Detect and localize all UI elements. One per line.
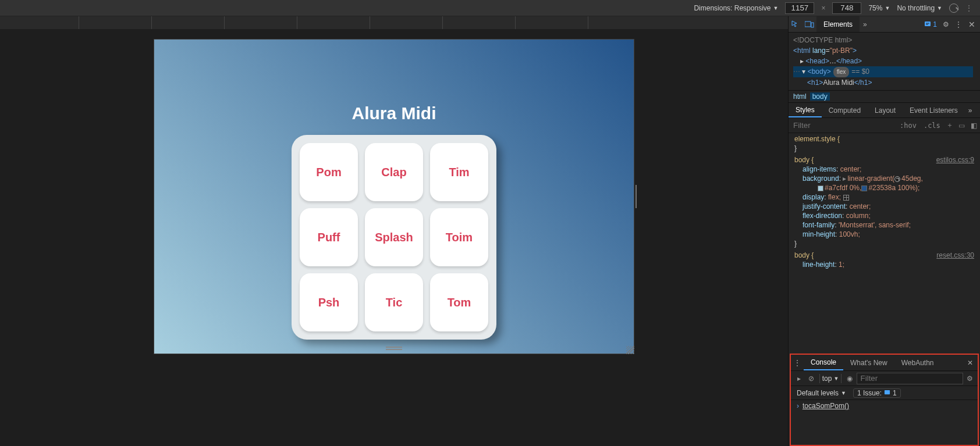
more-subtabs-icon[interactable]: » bbox=[965, 106, 976, 115]
styles-filter-input[interactable] bbox=[789, 118, 896, 133]
flex-pill: flex bbox=[833, 67, 850, 77]
viewport: Alura Midi Pom Clap Tim Puff Splash Toim… bbox=[154, 40, 634, 354]
styles-subtabs: Styles Computed Layout Event Listeners » bbox=[789, 103, 980, 118]
key-tim[interactable]: Tim bbox=[430, 143, 488, 201]
key-psh[interactable]: Psh bbox=[300, 273, 358, 331]
print-icon[interactable]: ▭ bbox=[956, 122, 968, 130]
key-label: Pom bbox=[316, 166, 341, 179]
swatch-icon[interactable] bbox=[818, 185, 823, 191]
resize-handle-right[interactable] bbox=[635, 185, 640, 208]
gear-icon[interactable]: ⚙ bbox=[964, 374, 975, 383]
height-input[interactable] bbox=[832, 2, 861, 14]
chevron-down-icon: ▼ bbox=[885, 5, 890, 11]
css-value: 1; bbox=[839, 261, 844, 269]
ruler bbox=[0, 16, 788, 29]
drawer-tabs: ⋮ Console What's New WebAuthn ✕ bbox=[791, 355, 978, 371]
key-splash[interactable]: Splash bbox=[365, 208, 423, 266]
key-label: Tic bbox=[386, 296, 403, 309]
source-link[interactable]: estilos.css:9 bbox=[936, 155, 974, 165]
resize-handle-corner[interactable] bbox=[626, 346, 634, 354]
device-toolbar: Dimensions: Responsive ▼ × 75% ▼ No thro… bbox=[0, 0, 980, 16]
levels-label: Default levels bbox=[797, 389, 839, 397]
cls-toggle[interactable]: .cls bbox=[920, 122, 944, 130]
css-prop: flex-direction bbox=[803, 212, 842, 220]
close-icon[interactable]: ✕ bbox=[963, 359, 978, 367]
bc-html[interactable]: html bbox=[793, 92, 807, 101]
throttle-label: No throttling bbox=[897, 4, 935, 12]
midi-pad: Pom Clap Tim Puff Splash Toim Psh Tic To… bbox=[292, 135, 496, 340]
tab-label: What's New bbox=[850, 359, 887, 367]
key-tom[interactable]: Tom bbox=[430, 273, 488, 331]
angle-icon[interactable] bbox=[894, 176, 900, 182]
source-link[interactable]: reset.css:30 bbox=[936, 251, 974, 260]
hov-toggle[interactable]: :hov bbox=[896, 122, 920, 130]
clear-icon[interactable]: ⊘ bbox=[805, 374, 816, 383]
dimensions-label: Dimensions: Responsive bbox=[694, 4, 770, 12]
context-label: top bbox=[822, 374, 832, 383]
issue-label: 1 Issue: bbox=[857, 389, 882, 397]
kebab-icon[interactable]: ⋮ bbox=[791, 359, 804, 367]
h1-text: Alura Midi bbox=[823, 79, 854, 87]
breadcrumb: html body bbox=[789, 90, 980, 103]
console-issue-badge[interactable]: 1 Issue: 1 bbox=[853, 388, 901, 398]
key-clap[interactable]: Clap bbox=[365, 143, 423, 201]
tab-listeners[interactable]: Event Listeners bbox=[903, 103, 965, 117]
sidebar-toggle-icon[interactable]: ▸ bbox=[793, 374, 804, 383]
plus-icon[interactable]: ＋ bbox=[944, 120, 956, 130]
css-value: flex; bbox=[828, 193, 841, 201]
swatch-icon[interactable] bbox=[861, 185, 867, 191]
resize-handle-bottom[interactable] bbox=[386, 347, 402, 350]
key-tic[interactable]: Tic bbox=[365, 273, 423, 331]
console-body[interactable]: ›tocaSomPom() bbox=[791, 400, 978, 445]
console-entry: tocaSomPom() bbox=[803, 402, 849, 410]
tab-layout[interactable]: Layout bbox=[868, 103, 903, 117]
css-value: 100vh; bbox=[839, 230, 860, 238]
chevron-down-icon: ▼ bbox=[937, 5, 942, 11]
css-value: linear-gradient( bbox=[847, 174, 894, 183]
times-icon: × bbox=[821, 4, 825, 12]
tab-elements[interactable]: Elements bbox=[816, 16, 860, 32]
tab-console[interactable]: Console bbox=[804, 355, 843, 370]
bc-body[interactable]: body bbox=[810, 92, 830, 101]
gear-icon[interactable]: ⚙ bbox=[943, 20, 949, 28]
panel-icon[interactable]: ◧ bbox=[968, 122, 980, 130]
dimensions-select[interactable]: Dimensions: Responsive ▼ bbox=[694, 4, 778, 12]
device-icon[interactable] bbox=[803, 16, 816, 32]
styles-pane[interactable]: element.style { } estilos.css:9body { al… bbox=[789, 133, 980, 354]
css-value: column; bbox=[846, 212, 871, 220]
tab-webauthn[interactable]: WebAuthn bbox=[894, 355, 941, 370]
eye-icon[interactable]: ◉ bbox=[844, 374, 855, 383]
more-tabs-icon[interactable]: » bbox=[860, 20, 871, 28]
key-label: Clap bbox=[381, 166, 406, 179]
levels-select[interactable]: Default levels ▼ bbox=[797, 389, 846, 397]
width-input[interactable] bbox=[785, 2, 814, 14]
close-icon[interactable]: ✕ bbox=[968, 20, 975, 29]
zoom-select[interactable]: 75% ▼ bbox=[868, 4, 890, 12]
css-value: 'Montserrat', sans-serif; bbox=[839, 221, 911, 229]
console-filter-input[interactable] bbox=[857, 373, 963, 384]
kebab-icon[interactable]: ⋮ bbox=[955, 20, 963, 28]
context-select[interactable]: top ▼ bbox=[822, 374, 839, 383]
throttle-select[interactable]: No throttling ▼ bbox=[897, 4, 942, 12]
flex-editor-icon[interactable] bbox=[843, 195, 849, 201]
devtools-tabs: Elements » 1 ⚙ ⋮ ✕ bbox=[789, 16, 980, 33]
issues-count: 1 bbox=[933, 20, 937, 28]
key-toim[interactable]: Toim bbox=[430, 208, 488, 266]
issues-badge[interactable]: 1 bbox=[924, 20, 937, 28]
tab-styles[interactable]: Styles bbox=[789, 103, 822, 117]
inspect-icon[interactable] bbox=[789, 16, 803, 32]
dom-tree[interactable]: <!DOCTYPE html> <html lang="pt-BR"> ▸ <h… bbox=[789, 33, 980, 90]
dom-head: ▸ <head>…</head> bbox=[793, 56, 973, 66]
key-pom[interactable]: Pom bbox=[300, 143, 358, 201]
console-drawer: ⋮ Console What's New WebAuthn ✕ ▸ ⊘ top … bbox=[790, 354, 979, 446]
prompt-icon: › bbox=[797, 402, 799, 410]
tab-computed[interactable]: Computed bbox=[822, 103, 868, 117]
dom-body[interactable]: ⋯ ▾ <body>flex== $0 bbox=[793, 66, 973, 77]
key-puff[interactable]: Puff bbox=[300, 208, 358, 266]
tab-label: Computed bbox=[829, 106, 861, 115]
styles-filter-row: :hov .cls ＋ ▭ ◧ bbox=[789, 118, 980, 133]
key-label: Tom bbox=[448, 296, 471, 309]
tab-whatsnew[interactable]: What's New bbox=[843, 355, 894, 370]
kebab-icon[interactable]: ⋮ bbox=[965, 4, 973, 12]
rotate-icon[interactable] bbox=[949, 3, 958, 13]
